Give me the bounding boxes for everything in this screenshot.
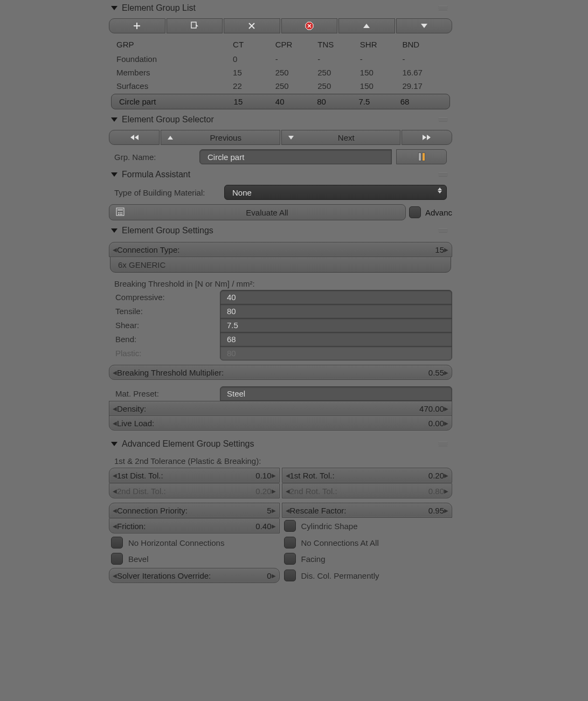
chevron-left-icon: ◀ [286, 488, 290, 494]
shear-input[interactable]: 7.5 [220, 318, 452, 332]
cell: 250 [317, 81, 360, 91]
field-value: 0.55 [428, 368, 444, 377]
delete-button[interactable] [224, 18, 280, 33]
checkbox[interactable] [284, 570, 296, 581]
section-header-advanced[interactable]: Advanced Element Group Settings [108, 436, 453, 452]
bend-input[interactable]: 68 [220, 332, 452, 346]
chevron-left-icon: ◀ [113, 406, 117, 412]
cell: - [360, 54, 403, 64]
compressive-input[interactable]: 40 [220, 290, 452, 304]
table-row[interactable]: Surfaces 22 250 250 150 29.17 [109, 79, 452, 93]
field-label: Plastic: [109, 349, 219, 358]
first-button[interactable] [109, 130, 160, 145]
table-row[interactable]: Foundation 0 - - - - [109, 52, 452, 66]
section-header-settings[interactable]: Element Group Settings [108, 223, 453, 239]
drag-grip-icon[interactable] [438, 117, 448, 122]
dis-col-check[interactable]: Dis. Col. Permanently [282, 568, 453, 583]
section-header-group-list[interactable]: Element Group List [108, 0, 453, 16]
field-value: 5 [267, 506, 271, 515]
drag-grip-icon[interactable] [438, 442, 448, 446]
cylindric-shape-check[interactable]: Cylindric Shape [282, 518, 453, 533]
toggle-icon [418, 152, 425, 161]
table-row[interactable]: Members 15 250 250 150 16.67 [109, 66, 452, 79]
move-down-button[interactable] [396, 18, 453, 33]
drag-grip-icon[interactable] [438, 172, 448, 177]
plastic-row: Plastic: 80 [108, 346, 453, 360]
svg-point-6 [121, 212, 122, 213]
solver-iterations-field[interactable]: ◀ Solver Iterations Override: 0 ▶ [109, 568, 280, 583]
checkbox[interactable] [284, 537, 296, 549]
svg-rect-3 [117, 209, 123, 211]
chevron-left-icon: ◀ [286, 508, 290, 513]
advanced-check[interactable]: Advanc [409, 206, 452, 218]
field-label: 2nd Dist. Tol.: [117, 487, 255, 496]
material-type-dropdown[interactable]: None [224, 185, 447, 200]
btn-label: Next [299, 133, 394, 142]
col-cpr: CPR [275, 40, 318, 49]
cell: - [275, 54, 318, 64]
tensile-input[interactable]: 80 [220, 304, 452, 318]
chevron-left-icon: ◀ [113, 573, 117, 579]
collapse-icon [111, 172, 117, 177]
cell: - [317, 54, 360, 64]
checkbox[interactable] [409, 206, 421, 218]
table-row-active[interactable]: Circle part 15 40 80 7.5 68 [111, 94, 450, 109]
field-label: Connection Type: [117, 245, 435, 254]
previous-button[interactable]: Previous [161, 130, 280, 145]
dist-tol-1-field[interactable]: ◀ 1st Dist. Tol.: 0.10 ▶ [109, 468, 280, 483]
checkbox[interactable] [284, 520, 296, 532]
move-up-button[interactable] [338, 18, 395, 33]
cell: 16.67 [402, 68, 445, 77]
connection-type-field[interactable]: ◀ Connection Type: 15 ▶ [109, 242, 452, 257]
calculator-icon [116, 207, 124, 218]
threshold-multiplier-field[interactable]: ◀ Breaking Threshold Multiplier: 0.55 ▶ [109, 365, 452, 380]
last-button[interactable] [402, 130, 452, 145]
no-connections-check[interactable]: No Connections At All [282, 536, 453, 550]
stop-button[interactable] [281, 18, 338, 33]
checkbox[interactable] [111, 553, 123, 565]
add-button[interactable] [109, 18, 165, 33]
field-label: 1st Dist. Tol.: [117, 471, 255, 480]
section-header-formula[interactable]: Formula Assistant [108, 166, 453, 183]
chevron-right-icon: ▶ [444, 420, 448, 426]
no-horizontal-check[interactable]: No Horizontal Connections [109, 536, 280, 550]
next-button[interactable]: Next [281, 130, 401, 145]
density-field[interactable]: ◀ Density: 470.00 ▶ [109, 401, 452, 416]
tensile-row: Tensile: 80 [108, 304, 453, 318]
cell: Foundation [116, 54, 233, 64]
cell: - [402, 54, 445, 64]
drag-grip-icon[interactable] [438, 228, 448, 233]
drag-grip-icon[interactable] [438, 6, 448, 10]
collapse-icon [111, 228, 117, 233]
updown-icon [438, 188, 442, 193]
rescale-factor-field[interactable]: ◀ Rescale Factor: 0.95 ▶ [282, 503, 453, 518]
cell: Surfaces [116, 81, 233, 91]
field-value: 470.00 [419, 404, 444, 413]
cell: 68 [400, 97, 442, 106]
section-header-group-selector[interactable]: Element Group Selector [108, 112, 453, 128]
field-value: 0.10 [255, 471, 271, 480]
checkbox[interactable] [111, 537, 123, 549]
svg-point-7 [118, 214, 119, 215]
copy-button[interactable] [167, 18, 223, 33]
grp-name-input[interactable]: Circle part [199, 149, 392, 164]
bevel-check[interactable]: Bevel [109, 552, 280, 566]
live-load-field[interactable]: ◀ Live Load: 0.00 ▶ [109, 415, 452, 431]
toggle-button[interactable] [396, 149, 447, 164]
table-header-row: GRP CT CPR TNS SHR BND [109, 37, 452, 52]
collapse-icon [111, 117, 117, 122]
connection-type-name: 6x GENERIC [110, 256, 451, 273]
mat-preset-row: Mat. Preset: Steel [108, 386, 453, 401]
section-title: Element Group Settings [122, 226, 213, 235]
connection-priority-field[interactable]: ◀ Connection Priority: 5 ▶ [109, 503, 280, 518]
facing-check[interactable]: Facing [282, 552, 453, 566]
rot-tol-1-field[interactable]: ◀ 1st Rot. Tol.: 0.20 ▶ [282, 468, 453, 483]
cell: 250 [275, 81, 318, 91]
checkbox[interactable] [284, 553, 296, 565]
field-label: Friction: [117, 522, 255, 531]
chevron-left-icon: ◀ [113, 523, 117, 529]
selector-toolbar: Previous Next [108, 128, 453, 147]
evaluate-all-button[interactable]: Evaluate All [109, 204, 406, 220]
mat-preset-input[interactable]: Steel [220, 386, 452, 401]
friction-field[interactable]: ◀ Friction: 0.40 ▶ [109, 518, 280, 533]
